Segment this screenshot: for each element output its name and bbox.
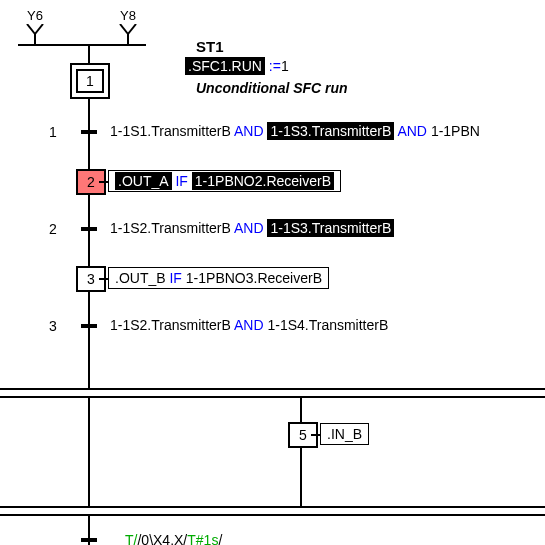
a3-cond: 1-1PBNO3.ReceiverB (186, 270, 322, 286)
c3-and: AND (234, 317, 264, 333)
branch-5-vline-lower (300, 448, 302, 508)
c1-a: 1-1S1.TransmitterB (110, 123, 231, 139)
c1-and: AND (234, 123, 264, 139)
y6-drop (34, 40, 36, 46)
assign-val: 1 (281, 58, 289, 74)
c3-b: 1-1S4.TransmitterB (267, 317, 388, 333)
trans-3-tick[interactable] (81, 324, 97, 328)
trans-3-num: 3 (49, 318, 57, 334)
y8-mark (118, 24, 138, 40)
trans-2-num: 2 (49, 221, 57, 237)
bt-slash: / (218, 532, 222, 545)
step-2-action[interactable]: .OUT_A IF 1-1PBNO2.ReceiverB (108, 170, 341, 192)
y8-label: Y8 (120, 8, 136, 23)
c2-a: 1-1S2.TransmitterB (110, 220, 231, 236)
y6-mark (25, 24, 45, 40)
a2-if: IF (175, 173, 187, 189)
assign-line: .SFC1.RUN :=1 (185, 58, 289, 74)
c2-b: 1-1S3.TransmitterB (267, 219, 394, 237)
assign-target: .SFC1.RUN (185, 57, 265, 75)
a2-cond: 1-1PBNO2.ReceiverB (192, 172, 334, 190)
a2-out: .OUT_A (115, 172, 172, 190)
c1-c: 1-1PBN (431, 123, 480, 139)
step-5-action[interactable]: .IN_B (320, 423, 369, 445)
a5: .IN_B (327, 426, 362, 442)
svg-line-1 (35, 24, 43, 34)
a3-out: .OUT_B (115, 270, 166, 286)
assign-op: := (269, 58, 281, 74)
bottom-timer-text: T//0\X4.X/T#1s/ (125, 532, 222, 545)
step-1-label: 1 (76, 69, 104, 93)
step-2-label: 2 (87, 174, 95, 190)
branch-left-vline (88, 396, 90, 508)
c1-and2: AND (397, 123, 427, 139)
c2-and: AND (234, 220, 264, 236)
svg-line-4 (128, 24, 136, 34)
step-3-action[interactable]: .OUT_B IF 1-1PBNO3.ReceiverB (108, 267, 329, 289)
c1-b: 1-1S3.TransmitterB (267, 122, 394, 140)
trans-2-tick[interactable] (81, 227, 97, 231)
trans-1-cond: 1-1S1.TransmitterB AND 1-1S3.Transmitter… (110, 123, 480, 139)
divergence-bar (0, 388, 545, 398)
step-5-label: 5 (299, 427, 307, 443)
y8-drop (127, 40, 129, 46)
convergence-bar (0, 506, 545, 516)
trans-1-tick[interactable] (81, 130, 97, 134)
trans-1-num: 1 (49, 124, 57, 140)
svg-line-3 (120, 24, 128, 34)
lower-tick[interactable] (81, 538, 97, 542)
step-1[interactable]: 1 (70, 63, 110, 99)
bt-mid: /0\X4.X/ (137, 532, 187, 545)
step-3-label: 3 (87, 271, 95, 287)
y6-label: Y6 (27, 8, 43, 23)
a3-if: IF (169, 270, 181, 286)
st1-title: ST1 (196, 38, 224, 55)
trans-2-cond: 1-1S2.TransmitterB AND 1-1S3.Transmitter… (110, 220, 394, 236)
trans-3-cond: 1-1S2.TransmitterB AND 1-1S4.Transmitter… (110, 317, 388, 333)
comment-line: Unconditional SFC run (196, 80, 348, 96)
svg-line-0 (27, 24, 35, 34)
c3-a: 1-1S2.TransmitterB (110, 317, 231, 333)
bt-prefix: T/ (125, 532, 137, 545)
bt-suffix: T#1s (187, 532, 218, 545)
